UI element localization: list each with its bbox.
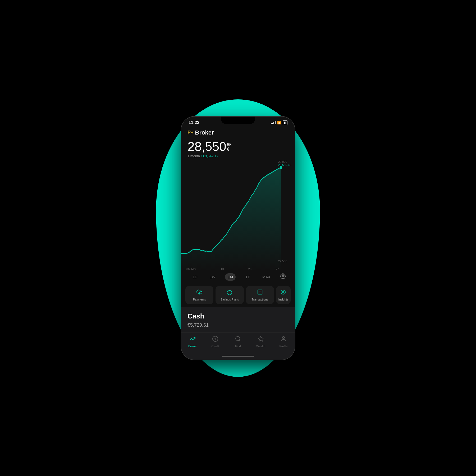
svg-point-12	[236, 336, 240, 341]
insights-icon	[280, 289, 286, 296]
transactions-icon	[257, 289, 263, 296]
brand-row: P+ Broker	[187, 129, 289, 136]
chart-x-label-2: 13	[221, 267, 224, 271]
chart-x-labels: 06. Mar 13 20 27	[186, 267, 279, 271]
phone-wrapper: 11:22 📶 ▮ P+	[177, 111, 299, 365]
settings-icon	[280, 273, 286, 279]
chart-x-label-3: 20	[248, 267, 251, 271]
payments-icon	[196, 289, 202, 296]
chart-settings-button[interactable]	[280, 273, 286, 280]
balance-section: 28,550 65 € 1 month • €3,542.17	[181, 139, 295, 160]
nav-profile[interactable]: Profile	[272, 335, 295, 349]
time-btn-1d[interactable]: 1D	[190, 273, 200, 281]
insights-label: Insights	[278, 298, 289, 301]
balance-period: 1 month	[187, 154, 200, 158]
nav-broker[interactable]: Broker	[181, 335, 204, 349]
chart-area: 29,000 28,550.65 24,500	[181, 160, 295, 271]
balance-main: 28,550 65 €	[187, 140, 289, 153]
main-content: P+ Broker 28,550 65 € 1 month	[181, 127, 295, 332]
cash-panel: Cash €5,729.61	[181, 307, 295, 332]
chart-label-bottom: 24,500	[278, 260, 291, 263]
balance-sup: 65 €	[227, 142, 232, 152]
app-header: P+ Broker	[181, 127, 295, 139]
time-btn-max[interactable]: MAX	[260, 273, 273, 281]
brand-name: Broker	[195, 129, 214, 136]
savings-plans-button[interactable]: Savings Plans	[216, 286, 244, 304]
signal-bar-3	[273, 122, 274, 124]
outer-background: 11:22 📶 ▮ P+	[0, 0, 476, 476]
payments-label: Payments	[193, 298, 206, 301]
wifi-icon: 📶	[277, 121, 281, 124]
transactions-label: Transactions	[252, 298, 268, 301]
cash-title: Cash	[187, 312, 289, 320]
chart-x-label-1: 06. Mar	[186, 267, 196, 271]
profile-nav-label: Profile	[279, 345, 287, 348]
chart-x-label-4: 27	[276, 267, 279, 271]
find-nav-label: Find	[235, 345, 241, 348]
balance-currency: €	[227, 147, 232, 152]
nav-find[interactable]: Find	[227, 335, 249, 349]
nav-wealth[interactable]: Wealth	[249, 335, 272, 349]
signal-bars-icon	[271, 121, 276, 124]
brand-logo: P+	[187, 130, 194, 135]
svg-line-13	[239, 340, 240, 341]
status-time: 11:22	[189, 120, 199, 125]
broker-nav-label: Broker	[188, 345, 197, 348]
signal-bar-4	[275, 121, 276, 124]
notch	[221, 117, 255, 124]
payments-button[interactable]: Payments	[185, 286, 213, 304]
insights-button[interactable]: Insights	[276, 286, 291, 304]
status-icons: 📶 ▮	[271, 120, 287, 125]
time-btn-1m[interactable]: 1M	[225, 273, 235, 281]
svg-point-7	[283, 291, 284, 293]
savings-plans-icon	[227, 289, 232, 296]
chart-labels-right: 29,000 28,550.65 24,500	[278, 160, 291, 263]
battery-icon: ▮	[283, 120, 287, 125]
wealth-nav-icon	[258, 336, 264, 344]
svg-marker-14	[258, 336, 263, 341]
savings-plans-label: Savings Plans	[221, 298, 239, 301]
broker-nav-icon	[189, 336, 196, 344]
cash-amount: €5,729.61	[187, 322, 289, 328]
chart-label-top: 29,000	[278, 160, 291, 163]
home-bar	[222, 356, 254, 357]
transactions-button[interactable]: Transactions	[246, 286, 274, 304]
phone-frame: 11:22 📶 ▮ P+	[181, 117, 295, 360]
chart-fill	[181, 167, 281, 271]
balance-meta: 1 month • €3,542.17	[187, 154, 289, 158]
svg-point-15	[282, 336, 285, 339]
balance-change: • €3,542.17	[201, 154, 218, 158]
wealth-nav-label: Wealth	[256, 345, 265, 348]
credit-nav-label: Credit	[211, 345, 219, 348]
home-indicator	[181, 354, 295, 360]
balance-number: 28,550	[187, 140, 226, 153]
chart-label-current: 28,550.65	[278, 163, 291, 167]
signal-bar-1	[271, 123, 272, 124]
balance-cents: 65	[227, 142, 232, 147]
find-nav-icon	[235, 336, 241, 344]
time-btn-1y[interactable]: 1Y	[243, 273, 253, 281]
profile-nav-icon	[280, 336, 287, 344]
bottom-nav: Broker Credit	[181, 332, 295, 354]
chart-svg	[181, 160, 295, 271]
signal-bar-2	[272, 123, 273, 124]
svg-point-0	[282, 275, 284, 277]
action-buttons: Payments Savings Plans	[181, 283, 295, 307]
credit-nav-icon	[212, 336, 218, 344]
nav-credit[interactable]: Credit	[204, 335, 227, 349]
time-range: 1D 1W 1M 1Y MAX	[181, 271, 295, 283]
time-btn-1w[interactable]: 1W	[207, 273, 218, 281]
